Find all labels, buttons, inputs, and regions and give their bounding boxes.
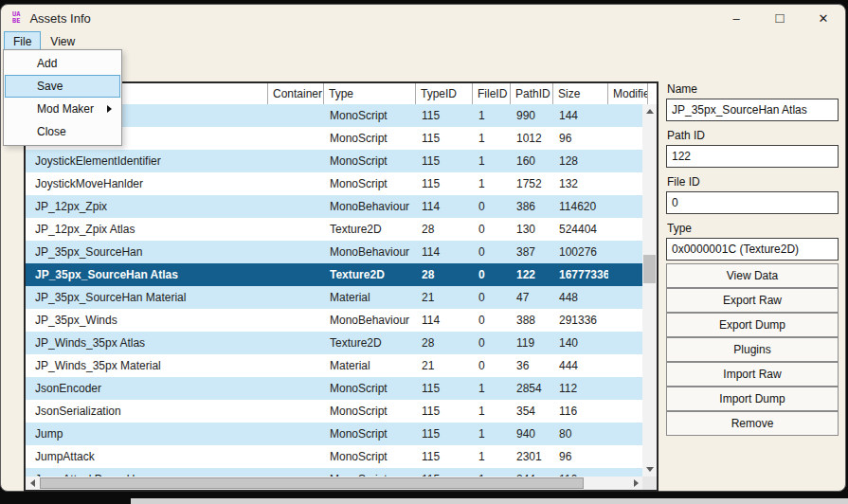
cell-size: 291336: [553, 314, 608, 327]
cell-path_id: 386: [511, 200, 553, 213]
table-row[interactable]: JsonSerializationMonoScript1151354116: [26, 400, 642, 423]
cell-name: JsonEncoder: [26, 382, 268, 395]
menu-bar: FileView: [1, 31, 845, 52]
scroll-right-button[interactable]: [629, 477, 642, 490]
header-cell-path_id[interactable]: PathID: [511, 83, 553, 104]
maximize-button[interactable]: □: [758, 3, 802, 31]
h-scroll-thumb[interactable]: [40, 477, 584, 489]
cell-file_id: 1: [473, 405, 511, 418]
menu-item-close[interactable]: Close: [5, 120, 120, 143]
minimize-button[interactable]: –: [714, 5, 758, 31]
cell-type: Texture2D: [324, 268, 416, 281]
cell-file_id: 1: [473, 427, 511, 441]
cell-file_id: 0: [473, 223, 511, 236]
cell-size: 132: [553, 177, 608, 190]
cell-type_id: 115: [416, 177, 473, 190]
import-raw-button[interactable]: Import Raw: [666, 362, 839, 387]
table-row[interactable]: JP_35px_SourceHanMonoBehaviour1140387100…: [26, 241, 642, 263]
cell-size: 128: [553, 154, 608, 168]
cell-file_id: 1: [473, 154, 511, 168]
submenu-arrow-icon: [107, 105, 112, 113]
table-row[interactable]: JP_35px_SourceHan AtlasTexture2D28012216…: [26, 263, 642, 286]
cell-path_id: 130: [511, 223, 553, 236]
cell-type: Texture2D: [324, 336, 416, 350]
path-id-field[interactable]: [666, 145, 839, 168]
table-row[interactable]: JoystickElementIdentifierMonoScript11511…: [26, 150, 642, 172]
file-menu-dropdown: AddSaveMod MakerClose: [3, 49, 122, 146]
cell-type: MonoScript: [324, 132, 416, 145]
name-field[interactable]: [666, 99, 839, 121]
view-data-button[interactable]: View Data: [666, 263, 839, 288]
table-row[interactable]: JumpAttackMonoScript1151230196: [26, 445, 642, 468]
remove-button[interactable]: Remove: [666, 411, 839, 436]
cell-name: JoystickElementIdentifier: [26, 154, 268, 168]
cell-type_id: 115: [416, 154, 473, 168]
table-row[interactable]: JumpMonoScript115194080: [26, 423, 642, 445]
close-button[interactable]: ✕: [802, 5, 845, 31]
cell-type: MonoScript: [324, 450, 416, 463]
table-row[interactable]: JP_35px_SourceHan MaterialMaterial210474…: [26, 286, 642, 309]
file-id-field[interactable]: [666, 191, 839, 214]
v-scroll-thumb[interactable]: [643, 255, 656, 283]
cell-name: JP_12px_Zpix: [26, 200, 268, 213]
uabe-logo-bottom: BE: [12, 18, 20, 25]
cell-name: Jump: [26, 427, 268, 441]
cell-path_id: 388: [511, 314, 553, 327]
import-dump-button[interactable]: Import Dump: [666, 387, 839, 411]
table-row[interactable]: JP_12px_ZpixMonoBehaviour1140386114620: [26, 195, 642, 218]
cell-path_id: 47: [511, 291, 553, 304]
table-row[interactable]: JumpAttackPowerUpMonoScript1151244116: [26, 468, 642, 477]
table-row[interactable]: JoystickMoveHanlderMonoScript11511752132: [26, 172, 642, 195]
cell-type_id: 21: [416, 291, 473, 304]
file-id-label: File ID: [667, 175, 839, 189]
cell-name: JP_Winds_35px Material: [26, 359, 268, 372]
table-row[interactable]: JP_35px_WindsMonoBehaviour1140388291336: [26, 309, 642, 332]
menu-item-mod-maker[interactable]: Mod Maker: [5, 98, 120, 120]
menu-item-save[interactable]: Save: [5, 75, 120, 98]
type-field[interactable]: [666, 238, 839, 261]
table-row[interactable]: JP_Winds_35px AtlasTexture2D280119140: [26, 332, 642, 354]
cell-path_id: 122: [511, 268, 553, 281]
export-raw-button[interactable]: Export Raw: [666, 288, 839, 313]
header-cell-modified[interactable]: Modified: [608, 83, 648, 104]
window-controls: – □ ✕: [714, 5, 845, 31]
cell-type_id: 115: [416, 382, 473, 395]
cell-type_id: 28: [416, 223, 473, 236]
arrow-left-icon: [30, 479, 35, 487]
cell-size: 96: [553, 132, 608, 145]
header-cell-type[interactable]: Type: [324, 83, 416, 104]
table-row[interactable]: JP_Winds_35px MaterialMaterial21036444: [26, 354, 642, 377]
table-row[interactable]: JsonEncoderMonoScript11512854112: [26, 377, 642, 400]
v-scrollbar[interactable]: [642, 104, 657, 477]
panel-fields: NamePath IDFile IDType: [666, 82, 839, 261]
cell-type_id: 115: [416, 405, 473, 418]
cell-file_id: 0: [473, 314, 511, 327]
cell-type_id: 28: [416, 336, 473, 350]
arrow-right-icon: [634, 479, 639, 487]
cell-type: MonoScript: [324, 154, 416, 168]
table-row[interactable]: JP_12px_Zpix AtlasTexture2D280130524404: [26, 218, 642, 241]
menu-item-label: Close: [37, 125, 66, 138]
header-cell-type_id[interactable]: TypeID: [416, 83, 473, 104]
header-cell-size[interactable]: Size: [553, 83, 608, 104]
cell-path_id: 1752: [511, 177, 553, 190]
cell-type: MonoScript: [324, 109, 416, 122]
cell-type_id: 115: [416, 132, 473, 145]
header-cell-file_id[interactable]: FileID: [473, 83, 511, 104]
h-scrollbar[interactable]: [26, 477, 642, 490]
plugins-button[interactable]: Plugins: [666, 337, 839, 362]
cell-name: JP_12px_Zpix Atlas: [26, 223, 268, 236]
cell-file_id: 0: [473, 268, 511, 281]
menu-item-add[interactable]: Add: [5, 52, 120, 75]
cell-path_id: 36: [511, 359, 553, 372]
menu-item-label: Mod Maker: [37, 102, 94, 116]
cell-type_id: 115: [416, 109, 473, 122]
header-cell-container[interactable]: Container: [268, 83, 324, 104]
scroll-down-button[interactable]: [642, 462, 657, 477]
scroll-left-button[interactable]: [26, 477, 39, 490]
scroll-up-button[interactable]: [642, 104, 657, 118]
cell-file_id: 1: [473, 177, 511, 190]
window-title: Assets Info: [29, 11, 90, 26]
cell-name: JP_Winds_35px Atlas: [26, 336, 268, 350]
export-dump-button[interactable]: Export Dump: [666, 313, 839, 337]
